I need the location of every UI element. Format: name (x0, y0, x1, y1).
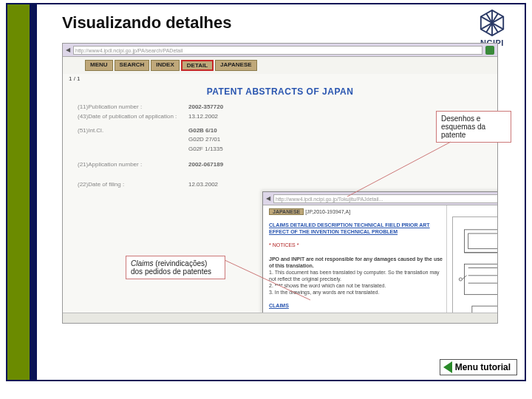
notice-1: JPO and INPIT are not responsible for an… (269, 256, 443, 268)
tab-index[interactable]: INDEX (151, 60, 179, 71)
screenshot-overlay: ◀ http://www4.ipdl.ncipi.go.jp/Tokujitu/… (262, 191, 498, 324)
browser-toolbar: ◀ http://www4.ipdl.ncipi.go.jp/PA/search… (63, 44, 497, 57)
callout-claims: Claims (reivindicações) dos pedidos de p… (126, 256, 225, 279)
pubdate-value: 13.12.2002 (188, 112, 218, 122)
back-icon: ◀ (66, 47, 70, 53)
ncipi-logo: NCIPI (470, 9, 514, 47)
arrow-left-icon (443, 361, 452, 373)
svg-rect-3 (465, 264, 499, 294)
filing-label: (22)Date of filing : (78, 180, 188, 190)
notices-heading: * NOTICES * (269, 242, 299, 248)
pubnum-value: 2002-357720 (188, 103, 223, 112)
logo-icon (478, 9, 506, 37)
intcl-2: G02D 27/01 (188, 135, 220, 145)
section-links[interactable]: CLAIMS DETAILED DESCRIPTION TECHNICAL FI… (269, 222, 430, 234)
notice-4: 3. In the drawings, any words are not tr… (269, 290, 379, 295)
go-icon (485, 46, 494, 55)
main-status-bar (63, 313, 497, 323)
tab-japanese[interactable]: JAPANESE (215, 60, 257, 71)
address-bar: http://www4.ipdl.ncipi.go.jp/PA/search/P… (73, 46, 482, 55)
doc-id: [JP,2010-193947,A] (305, 209, 350, 214)
site-nav-tabs: MENU SEARCH INDEX DETAIL JAPANESE (63, 57, 497, 74)
notice-2: 1. This document has been translated by … (269, 270, 440, 282)
filing-value: 12.03.2002 (188, 180, 218, 190)
btn-japanese[interactable]: JAPANESE (269, 208, 304, 215)
screenshot-main: ◀ http://www4.ipdl.ncipi.go.jp/PA/search… (62, 43, 498, 324)
drawing-icon (453, 217, 498, 324)
slide-content: Visualizando detalhes NCIPI ◀ http://www… (44, 4, 525, 380)
pubdate-label: (43)Date of publication of application : (78, 112, 188, 122)
pubnum-label: (11)Publication number : (78, 103, 188, 112)
callout-drawings: Desenhos e esquemas da patente (436, 111, 511, 143)
menu-tutorial-label: Menu tutorial (455, 362, 511, 372)
intcl-label: (51)Int.Cl. (78, 126, 188, 136)
paj-heading: PATENT ABSTRACTS OF JAPAN (63, 86, 497, 97)
back-icon: ◀ (266, 195, 270, 202)
notice-3: 2. **** shows the word which can not be … (269, 283, 386, 288)
result-counter: 1 / 1 (63, 74, 497, 83)
intcl-3: G02F 1/1335 (188, 145, 223, 154)
slide-frame: Visualizando detalhes NCIPI ◀ http://www… (6, 3, 526, 381)
menu-tutorial-button[interactable]: Menu tutorial (440, 359, 517, 375)
svg-rect-0 (465, 230, 499, 253)
claims-text-pane: JAPANESE [JP,2010-193947,A] CLAIMS DETAI… (266, 205, 447, 324)
callout-claims-italic: Claims (131, 259, 154, 267)
svg-point-12 (459, 278, 462, 281)
appnum-label: (21)Application number : (78, 160, 188, 170)
patent-meta: (11)Publication number :2002-357720 (43)… (63, 103, 497, 190)
tab-menu[interactable]: MENU (85, 60, 113, 71)
patent-drawing (452, 216, 498, 324)
left-accent-bar (7, 4, 37, 380)
slide-title: Visualizando detalhes (62, 13, 231, 33)
overlay-toolbar: ◀ http://www4.ipdl.ncipi.go.jp/Tokujitu/… (263, 192, 498, 205)
tab-search[interactable]: SEARCH (115, 60, 150, 71)
overlay-address-bar: http://www4.ipdl.ncipi.go.jp/Tokujitu/PA… (273, 194, 498, 203)
drawing-select-label: Drawing selection (452, 207, 498, 212)
callout-drawings-text: Desenhos e esquemas da patente (441, 115, 485, 139)
drawing-pane: Drawing selection Representative drawing (451, 205, 498, 324)
intcl-1: G02B 6/10 (188, 126, 217, 136)
appnum-value: 2002-067189 (188, 160, 223, 170)
tab-detail[interactable]: DETAIL (181, 60, 214, 71)
svg-rect-1 (468, 233, 498, 249)
claims-heading: CLAIMS (269, 303, 289, 308)
